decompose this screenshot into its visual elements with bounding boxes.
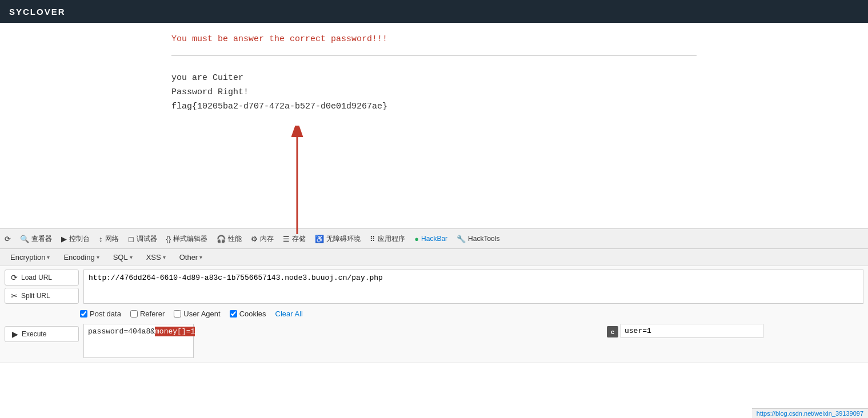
devtools-bar: ⟳ 🔍 查看器 ▶ 控制台 ↕ 网络 ◻ 调试器 {} 样式编辑器 🎧 性能 ⚙… <box>0 228 868 249</box>
load-url-button[interactable]: ⟳ Load URL <box>5 270 79 286</box>
hackbar-action-buttons: ⟳ Load URL ✂ Split URL <box>5 270 79 304</box>
performance-icon: 🎧 <box>217 235 226 243</box>
hackbar-menu: Encryption ▾ Encoding ▾ SQL ▾ XSS ▾ Othe… <box>0 249 868 266</box>
devtools-storage[interactable]: ☰ 存储 <box>283 234 306 244</box>
other-dropdown-icon: ▾ <box>199 254 202 260</box>
devtools-performance[interactable]: 🎧 性能 <box>217 234 242 244</box>
post-data-input[interactable]: password=404a8&<span style="background:#… <box>83 324 194 358</box>
split-url-icon: ✂ <box>11 291 18 300</box>
viewer-icon: 🔍 <box>20 235 29 243</box>
user-agent-label: User Agent <box>183 310 220 318</box>
encoding-dropdown-icon: ▾ <box>97 254 99 260</box>
devtools-style-editor[interactable]: {} 样式编辑器 <box>166 234 208 244</box>
execute-label: Execute <box>22 330 46 338</box>
warning-message: You must be answer the correct password!… <box>171 34 697 44</box>
post-data-label: Post data <box>90 310 121 318</box>
app-icon: ⠿ <box>370 235 375 243</box>
load-url-label: Load URL <box>21 274 52 282</box>
debugger-label: 调试器 <box>137 234 157 244</box>
user-agent-checkbox[interactable] <box>174 310 181 317</box>
menu-xss[interactable]: XSS ▾ <box>141 251 171 263</box>
load-url-icon: ⟳ <box>11 273 18 282</box>
style-label: 样式编辑器 <box>173 234 207 244</box>
topbar: SYCLOVER <box>0 0 868 23</box>
hackbar-label: HackBar <box>421 235 447 243</box>
execute-icon: ▶ <box>12 329 18 339</box>
accessibility-icon: ♿ <box>315 235 324 243</box>
menu-encryption[interactable]: Encryption ▾ <box>5 251 55 263</box>
accessibility-label: 无障碍环境 <box>326 234 361 244</box>
execute-button[interactable]: ▶ Execute <box>5 326 79 342</box>
hackbar-post-area: ▶ Execute password=404a8&<span style="ba… <box>0 321 868 363</box>
memory-label: 内存 <box>260 234 274 244</box>
url-input[interactable] <box>83 270 863 304</box>
devtools-debugger[interactable]: ◻ 调试器 <box>128 234 157 244</box>
inspector-icon: ⟳ <box>5 235 11 243</box>
xss-label: XSS <box>146 253 161 262</box>
password-right-text: Password Right! <box>171 87 697 97</box>
encoding-label: Encoding <box>63 253 94 262</box>
devtools-hacktools[interactable]: 🔧 HackTools <box>457 235 499 243</box>
devtools-console[interactable]: ▶ 控制台 <box>61 234 90 244</box>
hacktools-icon: 🔧 <box>457 235 466 243</box>
storage-label: 存储 <box>292 234 306 244</box>
sql-dropdown-icon: ▾ <box>130 254 133 260</box>
split-url-label: Split URL <box>21 292 50 300</box>
cookies-input[interactable] <box>621 324 763 338</box>
debugger-icon: ◻ <box>128 235 134 243</box>
devtools-network[interactable]: ↕ 网络 <box>99 234 119 244</box>
xss-dropdown-icon: ▾ <box>163 254 166 260</box>
devtools-app[interactable]: ⠿ 应用程序 <box>370 234 405 244</box>
referer-label: Referer <box>140 310 165 318</box>
cookies-c-label: c <box>607 326 618 337</box>
main-content: You must be answer the correct password!… <box>0 23 868 228</box>
style-icon: {} <box>166 235 171 243</box>
cookies-label: Cookies <box>239 310 266 318</box>
divider <box>171 55 697 56</box>
sql-label: SQL <box>113 253 128 262</box>
status-bar: https://blog.csdn.net/weixin_39139097 <box>752 408 868 418</box>
network-label: 网络 <box>105 234 119 244</box>
devtools-accessibility[interactable]: ♿ 无障碍环境 <box>315 234 361 244</box>
devtools-hackbar[interactable]: ● HackBar <box>414 235 447 243</box>
post-data-checkbox[interactable] <box>80 310 87 317</box>
console-icon: ▶ <box>61 235 67 243</box>
split-url-button[interactable]: ✂ Split URL <box>5 288 79 304</box>
brand-title: SYCLOVER <box>9 7 66 17</box>
devtools-memory[interactable]: ⚙ 内存 <box>251 234 274 244</box>
cookies-input-area: c <box>607 324 763 338</box>
hacktools-label: HackTools <box>468 235 499 243</box>
devtools-viewer[interactable]: 🔍 查看器 <box>20 234 52 244</box>
encryption-label: Encryption <box>10 253 45 262</box>
referer-checkbox[interactable] <box>130 310 138 317</box>
other-label: Other <box>179 253 198 262</box>
hackbar-checkbox-bar: Post data Referer User Agent Cookies Cle… <box>0 307 868 321</box>
status-text: https://blog.csdn.net/weixin_39139097 <box>757 410 863 417</box>
hackbar-icon: ● <box>414 235 419 243</box>
encryption-dropdown-icon: ▾ <box>47 254 50 260</box>
viewer-label: 查看器 <box>31 234 52 244</box>
clear-all-link[interactable]: Clear All <box>275 310 303 318</box>
memory-icon: ⚙ <box>251 235 258 243</box>
flag-text: flag{10205ba2-d707-472a-b527-d0e01d9267a… <box>171 102 697 111</box>
console-label: 控制台 <box>69 234 90 244</box>
post-data-checkbox-label[interactable]: Post data <box>80 310 121 318</box>
devtools-inspector[interactable]: ⟳ <box>5 235 11 243</box>
referer-checkbox-label[interactable]: Referer <box>130 310 165 318</box>
performance-label: 性能 <box>228 234 242 244</box>
cookies-checkbox-label[interactable]: Cookies <box>230 310 266 318</box>
menu-sql[interactable]: SQL ▾ <box>107 251 138 263</box>
storage-icon: ☰ <box>283 235 290 243</box>
hackbar: Encryption ▾ Encoding ▾ SQL ▾ XSS ▾ Othe… <box>0 249 868 363</box>
menu-encoding[interactable]: Encoding ▾ <box>58 251 105 263</box>
hackbar-url-area: ⟳ Load URL ✂ Split URL <box>0 266 868 307</box>
cuiter-text: you are Cuiter <box>171 73 697 83</box>
user-agent-checkbox-label[interactable]: User Agent <box>174 310 220 318</box>
network-icon: ↕ <box>99 235 103 243</box>
menu-other[interactable]: Other ▾ <box>174 251 209 263</box>
app-label: 应用程序 <box>378 234 405 244</box>
cookies-checkbox[interactable] <box>230 310 237 317</box>
